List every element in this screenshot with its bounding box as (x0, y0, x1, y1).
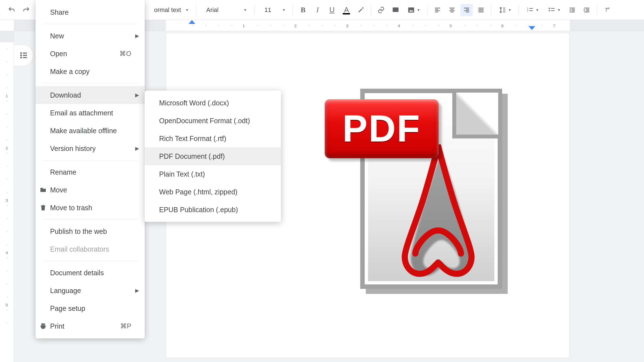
svg-text:2: 2 (527, 9, 529, 12)
separator (196, 5, 196, 15)
file-trash[interactable]: Move to trash (36, 199, 145, 217)
folder-icon (40, 186, 47, 194)
caret-down-icon: ▼ (557, 8, 561, 12)
pdf-badge: PDF (325, 99, 439, 158)
separator (427, 5, 428, 15)
align-center-button[interactable] (446, 4, 458, 16)
outline-icon (19, 51, 28, 60)
shortcut: ⌘P (120, 322, 131, 330)
caret-down-icon: ▼ (508, 8, 511, 12)
text-color-button[interactable]: A (340, 4, 352, 16)
vruler-tick: 1 (6, 93, 8, 98)
file-page-setup[interactable]: Page setup (36, 299, 145, 317)
redo-button[interactable] (20, 4, 32, 16)
file-email-attachment[interactable]: Email as attachment (36, 104, 145, 122)
download-docx[interactable]: Microsoft Word (.docx) (145, 94, 281, 112)
download-pdf[interactable]: PDF Document (.pdf) (145, 147, 281, 165)
svg-text:✕: ✕ (607, 6, 610, 10)
right-indent-marker[interactable] (529, 26, 535, 30)
chevron-right-icon: ▶ (135, 92, 139, 98)
font-label: Arial (203, 6, 221, 14)
underline-button[interactable]: U (326, 4, 338, 16)
link-button[interactable] (375, 4, 387, 16)
file-new[interactable]: New▶ (36, 27, 145, 45)
file-version-history[interactable]: Version history▶ (36, 140, 145, 157)
pdf-image: PDF (325, 86, 508, 297)
download-odt[interactable]: OpenDocument Format (.odt) (145, 112, 281, 130)
file-publish[interactable]: Publish to the web (36, 222, 145, 240)
file-rename[interactable]: Rename (36, 163, 145, 181)
image-button[interactable]: ▼ (404, 4, 423, 16)
comment-button[interactable] (389, 4, 402, 16)
vruler-tick: 5 (6, 303, 8, 307)
font-size-dropdown[interactable]: 11 ▼ (258, 4, 289, 16)
download-txt[interactable]: Plain Text (.txt) (145, 165, 281, 183)
separator (42, 83, 138, 83)
caret-down-icon: ▼ (244, 8, 247, 12)
font-size-label: 11 (261, 6, 274, 14)
caret-down-icon: ▼ (282, 8, 286, 12)
highlight-button[interactable] (355, 4, 367, 16)
separator (597, 5, 597, 15)
separator (42, 160, 138, 160)
line-spacing-button[interactable]: ▼ (495, 4, 515, 16)
align-justify-button[interactable] (475, 4, 487, 16)
indent-increase-button[interactable] (581, 4, 593, 16)
caret-down-icon: ▼ (536, 8, 539, 12)
caret-down-icon: ▼ (186, 8, 189, 12)
font-dropdown[interactable]: Arial ▼ (200, 4, 250, 16)
file-print[interactable]: Print⌘P (36, 317, 145, 335)
left-indent-marker[interactable] (189, 20, 195, 24)
svg-marker-8 (584, 9, 585, 11)
file-details[interactable]: Document details (36, 264, 145, 282)
svg-rect-12 (20, 54, 22, 56)
download-rtf[interactable]: Rich Text Format (.rtf) (145, 130, 281, 147)
download-submenu: Microsoft Word (.docx) OpenDocument Form… (145, 91, 281, 222)
separator (254, 5, 254, 15)
pdf-badge-text: PDF (342, 107, 421, 150)
file-make-copy[interactable]: Make a copy (36, 63, 145, 80)
svg-rect-11 (20, 52, 22, 54)
align-right-button[interactable] (460, 4, 473, 16)
vertical-ruler[interactable]: 1 2 3 4 5 (0, 31, 14, 362)
file-menu: Share New▶ Open⌘O Make a copy Download▶ … (36, 0, 145, 338)
download-epub[interactable]: EPUB Publication (.epub) (145, 201, 281, 219)
vruler-tick: 3 (6, 198, 8, 203)
bold-button[interactable]: B (297, 4, 309, 16)
separator (293, 5, 293, 15)
file-move[interactable]: Move (36, 181, 145, 199)
shortcut: ⌘O (119, 50, 131, 58)
indent-decrease-button[interactable] (566, 4, 578, 16)
bulleted-list-button[interactable]: ▼ (544, 4, 564, 16)
separator (519, 5, 519, 15)
file-email-collab: Email collaborators (36, 240, 145, 258)
chevron-right-icon: ▶ (135, 287, 139, 294)
file-language[interactable]: Language▶ (36, 282, 145, 299)
vruler-tick: 4 (6, 250, 8, 255)
separator (42, 261, 138, 261)
clear-formatting-button[interactable]: T✕ (601, 4, 613, 16)
svg-point-5 (549, 8, 550, 9)
align-left-button[interactable] (431, 4, 444, 16)
caret-down-icon: ▼ (417, 8, 420, 12)
undo-button[interactable] (6, 4, 18, 16)
file-offline[interactable]: Make available offline (36, 122, 145, 140)
svg-marker-7 (569, 9, 571, 11)
vruler-tick: 2 (6, 146, 8, 150)
numbered-list-button[interactable]: 12▼ (523, 4, 542, 16)
separator (42, 219, 138, 220)
styles-label: ormal text (151, 6, 184, 14)
file-open[interactable]: Open⌘O (36, 45, 145, 63)
chevron-right-icon: ▶ (135, 33, 139, 39)
italic-button[interactable]: I (311, 4, 324, 16)
file-download[interactable]: Download▶ (36, 86, 145, 104)
styles-dropdown[interactable]: ormal text ▼ (148, 4, 192, 16)
adobe-a-icon (383, 144, 494, 286)
separator (491, 5, 491, 15)
svg-point-6 (549, 10, 550, 11)
separator (42, 24, 138, 24)
download-html[interactable]: Web Page (.html, zipped) (145, 183, 281, 201)
svg-rect-13 (20, 57, 22, 58)
file-share[interactable]: Share (36, 3, 145, 21)
print-icon (40, 323, 47, 330)
